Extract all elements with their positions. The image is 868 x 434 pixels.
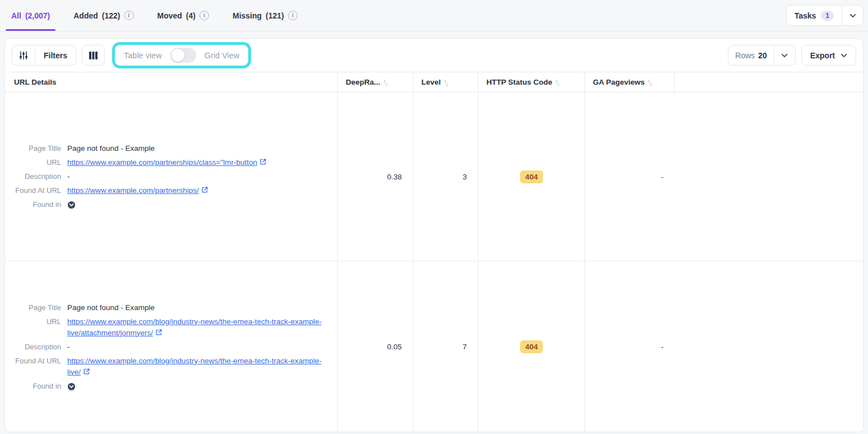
deeprank-cell: 0.38	[338, 93, 414, 261]
url-value: https://www.example.com/blog/industry-ne…	[67, 316, 322, 339]
tab-label: Moved	[157, 11, 182, 20]
export-segment[interactable]: Export	[802, 45, 856, 65]
filters-label[interactable]: Filters	[35, 45, 76, 65]
tab-label: Added	[73, 11, 98, 20]
field-label-url: URL	[5, 157, 61, 168]
field-label-url: URL	[5, 316, 61, 327]
ga-pageviews-cell: -	[585, 261, 675, 432]
tasks-count-badge: 1	[821, 11, 834, 21]
export-button[interactable]: Export	[801, 45, 856, 66]
found-at-url-link[interactable]: https://www.example.com/partnerships/	[67, 186, 199, 195]
deeprank-cell: 0.05	[338, 261, 414, 432]
tab-count: (2,007)	[25, 11, 50, 20]
tab-count: (122)	[102, 11, 120, 20]
info-icon[interactable]: i	[199, 11, 209, 20]
tab-count: (121)	[266, 11, 284, 20]
filters-button[interactable]: Filters	[12, 45, 76, 66]
column-header-deeprank[interactable]: DeepRa... ↑↓	[338, 72, 414, 92]
status-badge: 404	[520, 340, 543, 353]
sort-icon[interactable]: ↑↓	[444, 79, 448, 86]
sliders-icon	[19, 51, 28, 60]
tab-added[interactable]: Added (122) i	[72, 0, 134, 31]
tab-moved[interactable]: Moved (4) i	[156, 0, 210, 31]
external-link-icon[interactable]	[259, 158, 267, 165]
level-cell: 3	[414, 93, 479, 261]
ga-pageviews-cell: -	[585, 93, 675, 261]
tasks-button-group: Tasks 1	[786, 5, 864, 26]
rows-value: 20	[758, 51, 767, 60]
field-label-found-at-url: Found At URL	[5, 355, 61, 367]
toolbar-left: Filters Table view Grid View	[12, 42, 251, 68]
sort-icon[interactable]: ↑↓	[383, 79, 387, 86]
field-label-description: Description	[5, 171, 61, 182]
sort-icon[interactable]: ↑↓	[648, 79, 652, 86]
column-header-ga-pageviews[interactable]: GA Pageviews ↑↓	[585, 72, 675, 92]
field-label-found-at-url: Found At URL	[5, 185, 61, 196]
info-icon[interactable]: i	[124, 11, 134, 20]
page-title-value: Page not found - Example	[67, 143, 155, 154]
found-at-url-link[interactable]: https://www.example.com/blog/industry-ne…	[67, 357, 322, 376]
chevron-down-icon	[841, 53, 847, 58]
level-cell: 7	[414, 261, 479, 432]
empty-cell	[675, 261, 863, 432]
view-mode-toggle[interactable]	[170, 48, 196, 63]
description-value: -	[67, 341, 70, 353]
grid-view-label: Grid View	[205, 51, 240, 60]
toolbar-right: Rows 20 Export	[728, 45, 856, 66]
tab-label: All	[11, 11, 21, 20]
url-value: https://www.example.com/partnerships/cla…	[67, 157, 267, 168]
info-icon[interactable]: i	[288, 11, 298, 20]
content-panel: Filters Table view Grid View	[4, 38, 864, 432]
found-in-value	[67, 199, 76, 209]
toolbar: Filters Table view Grid View	[5, 39, 863, 72]
field-label-found-in: Found in	[5, 381, 61, 392]
field-label-found-in: Found in	[5, 199, 61, 210]
chevron-down-icon	[850, 13, 856, 18]
tab-count: (4)	[186, 11, 196, 20]
http-status-cell: 404	[479, 93, 585, 261]
found-in-value	[67, 381, 76, 391]
tasks-dropdown-button[interactable]	[842, 6, 863, 25]
tab-missing[interactable]: Missing (121) i	[231, 0, 299, 31]
tab-all[interactable]: All (2,007)	[10, 0, 51, 31]
view-toggle-highlight: Table view Grid View	[112, 42, 251, 68]
table-row: Page Title Page not found - Example URL …	[5, 93, 863, 261]
tasks-label: Tasks	[795, 11, 816, 20]
http-status-cell: 404	[479, 261, 585, 432]
tabs-nav: All (2,007) Added (122) i Moved (4) i Mi…	[10, 0, 299, 31]
url-link[interactable]: https://www.example.com/blog/industry-ne…	[67, 317, 322, 337]
field-label-page-title: Page Title	[5, 143, 61, 154]
field-label-page-title: Page Title	[5, 302, 61, 313]
external-link-icon[interactable]	[83, 368, 90, 375]
url-details-cell: Page Title Page not found - Example URL …	[5, 261, 338, 432]
table-row: Page Title Page not found - Example URL …	[5, 261, 863, 432]
tab-bar: All (2,007) Added (122) i Moved (4) i Mi…	[0, 0, 868, 31]
column-header-http-status[interactable]: HTTP Status Code ↑↓	[479, 72, 585, 92]
found-at-url-value: https://www.example.com/blog/industry-ne…	[67, 355, 322, 378]
toggle-knob	[171, 49, 184, 62]
description-value: -	[67, 171, 70, 182]
export-label: Export	[810, 51, 835, 60]
tasks-button[interactable]: Tasks 1	[787, 6, 842, 25]
web-crawl-globe-icon[interactable]	[67, 201, 76, 209]
column-header-level[interactable]: Level ↑↓	[414, 72, 479, 92]
url-details-cell: Page Title Page not found - Example URL …	[5, 93, 338, 261]
page-title-value: Page not found - Example	[67, 302, 155, 313]
rows-value-segment[interactable]: Rows 20	[728, 45, 774, 65]
empty-cell	[675, 93, 863, 261]
field-label-description: Description	[5, 341, 61, 353]
rows-dropdown-button[interactable]	[774, 45, 795, 65]
rows-per-page-button: Rows 20	[728, 45, 796, 66]
found-at-url-value: https://www.example.com/partnerships/	[67, 185, 208, 196]
url-link[interactable]: https://www.example.com/partnerships/cla…	[67, 158, 257, 167]
external-link-icon[interactable]	[201, 186, 208, 193]
url-table: URL Details DeepRa... ↑↓ Level ↑↓ HTTP S…	[5, 72, 863, 432]
columns-button[interactable]	[82, 45, 105, 66]
external-link-icon[interactable]	[155, 329, 163, 336]
filters-icon-segment[interactable]	[12, 45, 35, 65]
web-crawl-globe-icon[interactable]	[67, 382, 76, 391]
sort-icon[interactable]: ↑↓	[555, 79, 559, 86]
column-header-empty	[675, 72, 863, 92]
rows-label: Rows	[735, 51, 755, 60]
column-header-url-details: URL Details	[5, 72, 338, 92]
